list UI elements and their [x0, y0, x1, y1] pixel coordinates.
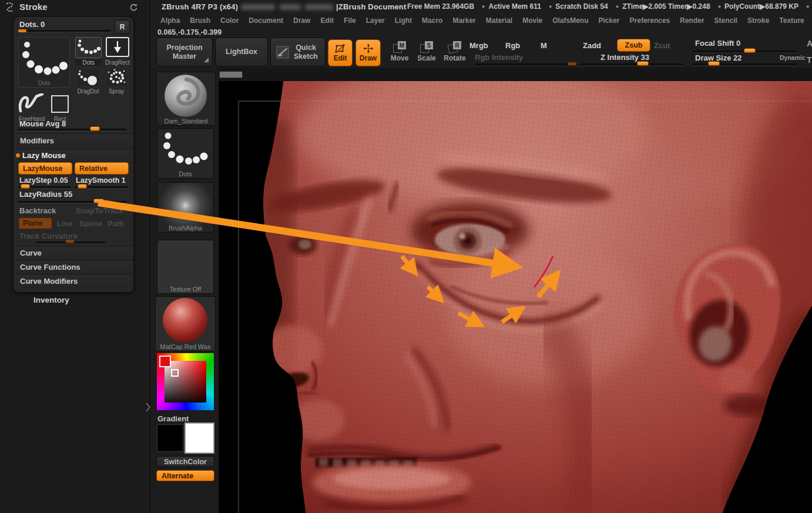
projection-master-button[interactable]: Projection Master — [156, 38, 213, 66]
current-alpha-thumb[interactable]: BrushAlpha — [157, 182, 214, 233]
secondary-color-swatch[interactable] — [157, 424, 183, 452]
menu-olafsmenu[interactable]: OlafsMenu — [549, 15, 591, 26]
zcut-button[interactable]: Zcut — [654, 41, 670, 50]
rgb-intensity-slider[interactable] — [475, 63, 579, 65]
spline-toggle[interactable]: Spline — [79, 219, 102, 228]
current-brush-thumb[interactable]: Dam_Standard — [156, 72, 216, 126]
menu-preferences[interactable]: Preferences — [627, 15, 673, 26]
current-texture-thumb[interactable]: Texture Off — [157, 240, 214, 294]
status-readouts: Free Mem 23.964GB Active Mem 611 Scratch… — [401, 2, 807, 11]
menu-picker[interactable]: Picker — [596, 15, 623, 26]
stroke-type-dragrect[interactable] — [106, 37, 129, 57]
edit-mode-button[interactable]: Edit — [328, 39, 353, 66]
current-material-thumb[interactable]: MatCap Red Wax — [155, 296, 216, 351]
canvas-scrollbar[interactable] — [219, 71, 243, 78]
dam-standard-brush-icon — [157, 72, 215, 117]
menu-document[interactable]: Document — [246, 15, 286, 26]
draw-mode-button[interactable]: Draw — [355, 39, 381, 66]
panel-splitter-handle[interactable] — [146, 402, 150, 413]
matcap-red-wax-icon — [156, 297, 215, 344]
m-button[interactable]: M — [541, 41, 547, 50]
track-curvature-handle[interactable] — [65, 239, 75, 243]
rgb-intensity-handle[interactable] — [568, 62, 577, 66]
app-title: ZBrush 4R7 P3 (x64) — [162, 2, 238, 11]
lazy-radius-slider[interactable] — [18, 201, 126, 203]
menu-light[interactable]: Light — [392, 15, 415, 26]
lightbox-button[interactable]: LightBox — [215, 38, 268, 66]
inventory-header[interactable]: Inventory — [33, 296, 69, 304]
mouse-avg-slider[interactable] — [18, 129, 126, 130]
zadd-button[interactable]: Zadd — [583, 41, 601, 50]
menu-render[interactable]: Render — [677, 15, 707, 26]
sculpted-head[interactable] — [219, 68, 812, 513]
snap-to-track-button[interactable]: SnapToTrack — [76, 206, 123, 215]
stroke-type-dragdot[interactable] — [76, 68, 100, 87]
z-intensity-handle[interactable] — [637, 61, 649, 66]
menu-texture[interactable]: Texture — [776, 15, 807, 26]
stroke-index-slider[interactable] — [18, 30, 111, 32]
color-cursor[interactable] — [171, 369, 179, 377]
stroke-type-rect[interactable] — [51, 95, 69, 113]
zbrush-window: Stroke ZBrush 4R7 P3 (x64) |ZBrush Docum… — [0, 0, 812, 513]
path-toggle[interactable]: Path — [108, 219, 124, 228]
stroke-popup-panel: Dots. 0 R Dots Dots Drag — [13, 16, 134, 293]
rotate-icon: R — [448, 41, 461, 53]
stroke-type-dots[interactable] — [75, 37, 102, 58]
primary-color-swatch[interactable] — [184, 423, 214, 454]
stroke-preview-large[interactable]: Dots — [18, 37, 70, 88]
z-intensity-slider[interactable] — [581, 63, 684, 65]
lazymouse-toggle[interactable]: LazyMouse — [18, 162, 72, 175]
menu-alpha[interactable]: Alpha — [157, 15, 183, 26]
menu-stencil[interactable]: Stencil — [712, 15, 740, 26]
backtrack-button[interactable]: Backtrack — [19, 206, 56, 215]
menu-draw[interactable]: Draw — [290, 15, 313, 26]
move-mode-button[interactable]: M Move — [386, 41, 413, 62]
menu-file[interactable]: File — [341, 15, 359, 26]
alternate-label: Alternate — [162, 472, 193, 480]
menu-brush[interactable]: Brush — [187, 15, 213, 26]
relative-toggle[interactable]: Relative — [75, 162, 129, 175]
current-stroke-thumb[interactable]: Dots — [157, 128, 214, 179]
menu-stroke[interactable]: Stroke — [744, 15, 772, 26]
stroke-type-freehand[interactable] — [18, 93, 44, 115]
mrgb-button[interactable]: Mrgb — [469, 41, 488, 50]
menu-macro[interactable]: Macro — [419, 15, 445, 26]
menu-material[interactable]: Material — [483, 15, 515, 26]
focal-shift-handle[interactable] — [744, 48, 756, 53]
material-caption: MatCap Red Wax — [156, 343, 215, 350]
menu-layer[interactable]: Layer — [363, 15, 388, 26]
line-toggle[interactable]: Line — [57, 219, 73, 228]
coord-y: -0.175 — [178, 28, 201, 36]
redacted-title-text — [241, 4, 275, 10]
menu-movie[interactable]: Movie — [519, 15, 545, 26]
ztime-timer-readout: ZTime▶2.005 Timer▶0.248 — [616, 2, 710, 11]
lazy-radius-handle[interactable] — [93, 199, 104, 203]
scale-mode-button[interactable]: S Scale — [413, 41, 440, 62]
restore-configuration-button[interactable]: R — [115, 20, 130, 34]
lazy-step-handle[interactable] — [21, 184, 30, 189]
lazy-smooth-label: LazySmooth 1 — [76, 176, 126, 185]
switch-color-button[interactable]: SwitchColor — [156, 456, 214, 467]
current-color-chip — [159, 356, 171, 367]
sculpt-canvas[interactable] — [219, 68, 812, 513]
menu-marker[interactable]: Marker — [449, 15, 478, 26]
quick-sketch-button[interactable]: Quick Sketch — [270, 38, 326, 66]
mouse-avg-handle[interactable] — [90, 126, 100, 131]
menu-edit[interactable]: Edit — [317, 15, 337, 26]
lazy-smooth-handle[interactable] — [78, 184, 87, 189]
menu-color[interactable]: Color — [217, 15, 241, 26]
stroke-type-spray[interactable] — [106, 68, 127, 87]
spray-icon — [106, 69, 126, 86]
texture-caption: Texture Off — [157, 286, 213, 293]
gradient-label[interactable]: Gradient — [157, 414, 189, 423]
zsub-button[interactable]: Zsub — [617, 39, 650, 52]
draw-size-handle[interactable] — [708, 61, 720, 66]
curve-header: Curve — [20, 249, 42, 257]
refresh-icon[interactable] — [129, 3, 138, 12]
rotate-mode-button[interactable]: R Rotate — [441, 41, 469, 62]
alternate-button[interactable]: Alternate — [156, 470, 214, 481]
plane-toggle[interactable]: Plane — [18, 217, 52, 229]
rgb-button[interactable]: Rgb — [505, 41, 520, 50]
move-icon: M — [393, 41, 406, 53]
color-picker[interactable] — [157, 353, 214, 410]
